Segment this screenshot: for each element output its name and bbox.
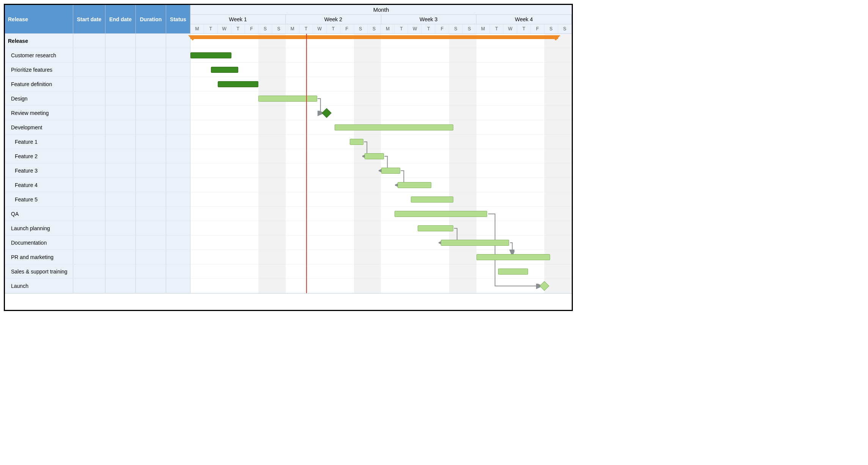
day-header: S bbox=[463, 24, 476, 33]
day-header: S bbox=[544, 24, 558, 33]
task-bar[interactable] bbox=[211, 67, 238, 73]
task-bar[interactable] bbox=[365, 153, 384, 159]
task-row[interactable]: QA bbox=[5, 207, 190, 221]
task-row[interactable]: Release bbox=[5, 34, 190, 48]
task-name: Release bbox=[5, 34, 73, 48]
day-header: M bbox=[476, 24, 490, 33]
day-header: T bbox=[327, 24, 340, 33]
day-header: T bbox=[422, 24, 436, 33]
task-row[interactable]: Feature 3 bbox=[5, 163, 190, 178]
task-name: PR and marketing bbox=[5, 250, 73, 264]
week-header: Week 4 bbox=[476, 15, 572, 24]
col-header-start: Start date bbox=[73, 5, 105, 33]
week-header: Week 3 bbox=[381, 15, 476, 24]
col-header-status: Status bbox=[166, 5, 190, 33]
task-bar[interactable] bbox=[411, 196, 453, 203]
task-bar[interactable] bbox=[398, 182, 432, 188]
task-name: QA bbox=[5, 207, 73, 221]
summary-start-icon bbox=[188, 35, 197, 41]
day-header: T bbox=[490, 24, 504, 33]
task-row[interactable]: Review meeting bbox=[5, 106, 190, 120]
task-row[interactable]: Feature 5 bbox=[5, 192, 190, 207]
summary-bar[interactable] bbox=[190, 35, 558, 39]
day-header: F bbox=[436, 24, 449, 33]
task-name: Design bbox=[5, 91, 73, 105]
task-row[interactable]: Feature 2 bbox=[5, 149, 190, 163]
task-row[interactable]: Development bbox=[5, 120, 190, 135]
task-row[interactable]: Customer research bbox=[5, 48, 190, 63]
task-name: Feature definition bbox=[5, 77, 73, 91]
day-header: W bbox=[408, 24, 422, 33]
day-header: T bbox=[517, 24, 531, 33]
gantt-chart: Release Start date End date Duration Sta… bbox=[4, 4, 573, 311]
milestone-icon[interactable] bbox=[539, 281, 549, 291]
task-row[interactable]: Documentation bbox=[5, 236, 190, 250]
task-name: Launch bbox=[5, 279, 73, 293]
task-name: Launch planning bbox=[5, 221, 73, 235]
day-header: M bbox=[381, 24, 395, 33]
task-row[interactable]: Feature 1 bbox=[5, 135, 190, 149]
task-bar[interactable] bbox=[498, 269, 528, 275]
task-bar[interactable] bbox=[190, 52, 231, 58]
task-list: ReleaseCustomer researchPrioritize featu… bbox=[5, 34, 190, 293]
day-header: W bbox=[313, 24, 327, 33]
day-header: F bbox=[531, 24, 544, 33]
task-row[interactable]: Sales & support training bbox=[5, 264, 190, 279]
task-bar[interactable] bbox=[476, 254, 550, 260]
task-row[interactable]: PR and marketing bbox=[5, 250, 190, 264]
task-name: Feature 1 bbox=[5, 135, 73, 149]
milestone-icon[interactable] bbox=[322, 108, 331, 118]
task-name: Feature 5 bbox=[5, 192, 73, 206]
task-bar[interactable] bbox=[441, 240, 509, 246]
task-row[interactable]: Feature 4 bbox=[5, 178, 190, 192]
task-name: Development bbox=[5, 120, 73, 134]
task-bar[interactable] bbox=[381, 168, 400, 174]
task-row[interactable]: Prioritize features bbox=[5, 63, 190, 77]
task-name: Prioritize features bbox=[5, 63, 73, 77]
day-header: S bbox=[368, 24, 381, 33]
footer-spacer bbox=[5, 293, 572, 310]
day-header: F bbox=[340, 24, 354, 33]
today-indicator bbox=[306, 34, 307, 293]
task-row[interactable]: Design bbox=[5, 91, 190, 106]
day-header: S bbox=[258, 24, 272, 33]
timeline-header: Month Week 1Week 2Week 3Week 4 MTWTFSSMT… bbox=[190, 5, 572, 33]
day-header: M bbox=[190, 24, 204, 33]
day-header: T bbox=[395, 24, 408, 33]
week-header: Week 2 bbox=[286, 15, 381, 24]
task-bar[interactable] bbox=[350, 139, 363, 145]
task-name: Feature 4 bbox=[5, 178, 73, 192]
task-bar[interactable] bbox=[418, 225, 453, 231]
day-header: W bbox=[503, 24, 517, 33]
task-bar[interactable] bbox=[335, 124, 453, 130]
task-name: Customer research bbox=[5, 48, 73, 62]
summary-end-icon bbox=[551, 35, 560, 41]
task-bar[interactable] bbox=[258, 96, 317, 102]
task-name: Documentation bbox=[5, 236, 73, 250]
task-bar[interactable] bbox=[218, 81, 259, 87]
task-name: Feature 2 bbox=[5, 149, 73, 163]
col-header-task: Release bbox=[5, 5, 73, 33]
task-row[interactable]: Launch planning bbox=[5, 221, 190, 236]
task-row[interactable]: Feature definition bbox=[5, 77, 190, 91]
day-header: S bbox=[449, 24, 463, 33]
day-header: T bbox=[231, 24, 245, 33]
day-header: F bbox=[245, 24, 259, 33]
day-header: S bbox=[272, 24, 286, 33]
col-header-duration: Duration bbox=[136, 5, 166, 33]
day-header: S bbox=[558, 24, 572, 33]
timeline-area[interactable] bbox=[190, 34, 572, 293]
task-name: Feature 3 bbox=[5, 163, 73, 178]
day-header: T bbox=[204, 24, 218, 33]
task-name: Sales & support training bbox=[5, 264, 73, 278]
timeline-title: Month bbox=[190, 5, 572, 15]
task-name: Review meeting bbox=[5, 106, 73, 120]
task-bar[interactable] bbox=[395, 211, 487, 217]
col-header-end: End date bbox=[105, 5, 136, 33]
day-header: S bbox=[354, 24, 368, 33]
week-header: Week 1 bbox=[190, 15, 286, 24]
day-header: W bbox=[218, 24, 231, 33]
day-header: M bbox=[286, 24, 299, 33]
day-header: T bbox=[299, 24, 313, 33]
task-row[interactable]: Launch bbox=[5, 279, 190, 293]
